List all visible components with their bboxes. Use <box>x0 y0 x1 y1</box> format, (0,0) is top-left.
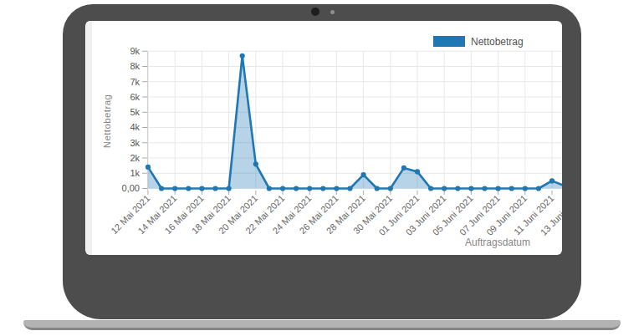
webcam-icon <box>311 8 319 16</box>
laptop-base <box>23 320 621 330</box>
data-point[interactable] <box>482 186 487 191</box>
chart-series <box>146 53 562 191</box>
data-point[interactable] <box>347 186 352 191</box>
chart-gridlines <box>148 51 562 188</box>
data-point[interactable] <box>388 186 393 191</box>
data-point[interactable] <box>442 186 447 191</box>
y-tick-label: 1k <box>130 168 140 178</box>
nettobetrag-area-chart: 0,001k2k3k4k5k6k7k8k9k12 Mai 202114 Mai … <box>85 21 562 255</box>
legend-label[interactable]: Nettobetrag <box>471 36 524 48</box>
data-point[interactable] <box>523 186 528 191</box>
data-point[interactable] <box>159 186 164 191</box>
chart-tick-labels: 0,001k2k3k4k5k6k7k8k9k12 Mai 202114 Mai … <box>109 46 562 237</box>
data-point[interactable] <box>280 186 285 191</box>
data-point[interactable] <box>320 186 325 191</box>
data-point[interactable] <box>455 186 460 191</box>
data-point[interactable] <box>496 186 501 191</box>
data-point[interactable] <box>307 186 312 191</box>
data-point[interactable] <box>334 186 339 191</box>
y-tick-label: 5k <box>130 107 140 117</box>
y-tick-label: 7k <box>130 77 140 87</box>
data-point[interactable] <box>375 186 380 191</box>
y-tick-label: 4k <box>130 122 140 132</box>
data-point[interactable] <box>199 186 204 191</box>
webcam-led-icon <box>330 10 335 14</box>
data-point[interactable] <box>267 186 272 191</box>
data-point[interactable] <box>146 165 151 170</box>
data-point[interactable] <box>361 172 366 177</box>
data-point[interactable] <box>172 186 177 191</box>
data-point[interactable] <box>509 186 514 191</box>
legend-swatch[interactable] <box>433 36 465 47</box>
legend[interactable]: Nettobetrag <box>433 36 524 48</box>
y-tick-label: 6k <box>130 92 140 102</box>
data-point[interactable] <box>549 178 555 183</box>
data-point[interactable] <box>240 53 245 59</box>
y-tick-label: 2k <box>130 153 140 163</box>
y-tick-label: 3k <box>130 138 140 148</box>
data-point[interactable] <box>253 161 258 166</box>
data-point[interactable] <box>227 186 232 191</box>
page: 0,001k2k3k4k5k6k7k8k9k12 Mai 202114 Mai … <box>0 0 644 336</box>
data-point[interactable] <box>212 186 217 191</box>
data-point[interactable] <box>294 186 299 191</box>
y-axis-title: Nettobetrag <box>102 94 112 149</box>
x-axis-title: Auftragsdatum <box>465 237 530 248</box>
data-point[interactable] <box>428 186 433 191</box>
data-point[interactable] <box>468 186 473 191</box>
y-tick-label: 0,00 <box>122 183 140 193</box>
data-point[interactable] <box>415 169 420 174</box>
page-left-gutter <box>86 21 92 255</box>
data-point[interactable] <box>536 186 541 191</box>
data-point[interactable] <box>401 165 406 171</box>
laptop-screen: 0,001k2k3k4k5k6k7k8k9k12 Mai 202114 Mai … <box>85 21 562 255</box>
y-tick-label: 9k <box>130 46 140 56</box>
data-point[interactable] <box>186 186 191 191</box>
y-tick-label: 8k <box>130 61 140 71</box>
